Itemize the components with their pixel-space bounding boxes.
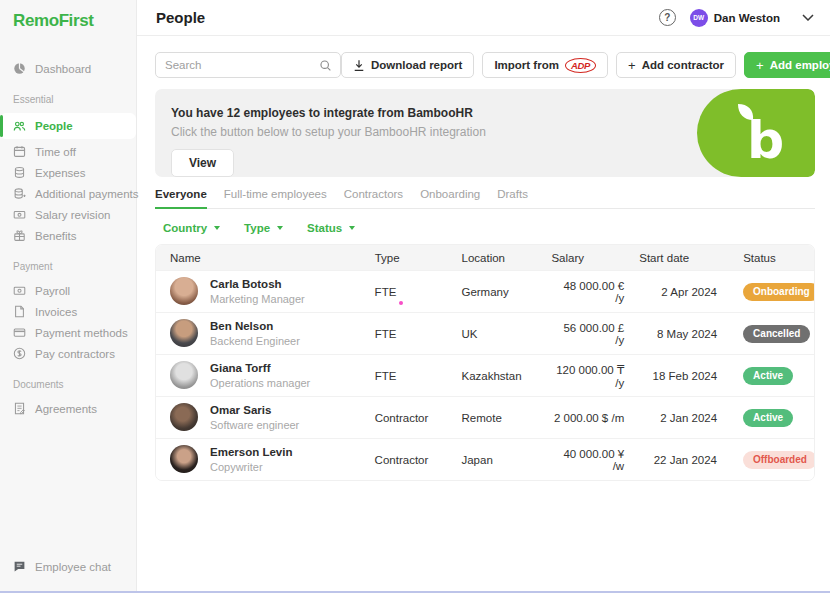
employee-name: Carla Botosh bbox=[210, 277, 305, 291]
import-from-adp-button[interactable]: Import from ADP bbox=[482, 52, 608, 78]
search-icon bbox=[319, 59, 332, 72]
calendar-icon bbox=[13, 145, 26, 158]
sidebar-item-benefits[interactable]: Benefits bbox=[0, 225, 136, 246]
sidebar-section-essential: Essential bbox=[13, 94, 136, 105]
bamboo-letter: b bbox=[747, 110, 784, 166]
gift-icon bbox=[13, 229, 26, 242]
user-name: Dan Weston bbox=[714, 12, 780, 24]
credit-card-icon bbox=[13, 326, 26, 339]
sidebar-item-additional-payments[interactable]: Additional payments bbox=[0, 183, 136, 204]
sidebar-item-salary-revision[interactable]: Salary revision bbox=[0, 204, 136, 225]
status-badge: Offboarded bbox=[743, 451, 815, 469]
employee-name: Omar Saris bbox=[210, 403, 299, 417]
filter-label: Country bbox=[163, 222, 207, 234]
column-header-salary[interactable]: Salary bbox=[551, 252, 639, 264]
search-input[interactable] bbox=[165, 59, 319, 71]
table-row[interactable]: Carla Botosh Marketing Manager FTE Germa… bbox=[156, 270, 814, 312]
user-menu[interactable]: DW Dan Weston bbox=[690, 9, 780, 27]
employee-role: Copywriter bbox=[210, 460, 292, 474]
search-box[interactable] bbox=[155, 52, 341, 78]
sidebar-item-pay-contractors[interactable]: Pay contractors bbox=[0, 343, 136, 364]
coins-plus-icon bbox=[13, 187, 26, 200]
tab-drafts[interactable]: Drafts bbox=[497, 184, 528, 208]
employee-salary: 120 000.00 ₸ /y bbox=[551, 363, 639, 389]
sidebar-item-expenses[interactable]: Expenses bbox=[0, 162, 136, 183]
sidebar-item-invoices[interactable]: Invoices bbox=[0, 301, 136, 322]
brand-logo: RemoFirst bbox=[0, 0, 136, 31]
employee-role: Marketing Manager bbox=[210, 292, 305, 306]
table-row[interactable]: Omar Saris Software engineer Contractor … bbox=[156, 396, 814, 438]
dollar-circle-icon bbox=[13, 347, 26, 360]
caret-down-icon bbox=[214, 226, 220, 230]
sidebar-item-time-off[interactable]: Time off bbox=[0, 141, 136, 162]
sidebar-item-label: Invoices bbox=[35, 306, 77, 318]
sidebar-item-payment-methods[interactable]: Payment methods bbox=[0, 322, 136, 343]
download-report-label: Download report bbox=[371, 59, 462, 71]
employee-role: Operations manager bbox=[210, 376, 310, 390]
toolbar: Download report Import from ADP + Add co… bbox=[155, 52, 815, 78]
bamboohr-banner: You have 12 employees to integrate from … bbox=[155, 89, 815, 177]
filter-country[interactable]: Country bbox=[163, 222, 220, 234]
app-window: RemoFirst Dashboard Essential People Tim… bbox=[0, 0, 830, 591]
people-table: Name Type Location Salary Start date Sta… bbox=[155, 244, 815, 481]
chevron-down-icon[interactable] bbox=[802, 14, 814, 21]
employee-start-date: 18 Feb 2024 bbox=[639, 370, 717, 382]
add-employee-button[interactable]: + Add employee bbox=[744, 52, 830, 78]
filter-label: Status bbox=[307, 222, 342, 234]
sidebar-item-label: Expenses bbox=[35, 167, 86, 179]
sidebar-item-agreements[interactable]: Agreements bbox=[0, 398, 136, 419]
sidebar-item-label: Dashboard bbox=[35, 63, 91, 75]
banknote-arrows-icon bbox=[13, 208, 26, 221]
employee-role: Backend Engineer bbox=[210, 334, 300, 348]
column-header-status[interactable]: Status bbox=[717, 252, 814, 264]
tab-contractors[interactable]: Contractors bbox=[344, 184, 403, 208]
sidebar-item-employee-chat[interactable]: Employee chat bbox=[0, 556, 111, 577]
import-from-label: Import from bbox=[494, 59, 559, 71]
tab-everyone[interactable]: Everyone bbox=[155, 184, 207, 209]
employee-salary: 40 000.00 ¥ /w bbox=[551, 448, 639, 472]
table-row[interactable]: Giana Torff Operations manager FTE Kazak… bbox=[156, 354, 814, 396]
download-report-button[interactable]: Download report bbox=[341, 52, 474, 78]
banknote-icon bbox=[13, 284, 26, 297]
column-header-start-date[interactable]: Start date bbox=[639, 252, 717, 264]
employee-avatar bbox=[170, 445, 198, 473]
table-header: Name Type Location Salary Start date Sta… bbox=[156, 245, 814, 270]
employee-start-date: 22 Jan 2024 bbox=[639, 454, 717, 466]
employee-start-date: 8 May 2024 bbox=[639, 328, 717, 340]
status-badge: Cancelled bbox=[743, 325, 810, 343]
filter-status[interactable]: Status bbox=[307, 222, 355, 234]
employee-start-date: 2 Jan 2024 bbox=[639, 412, 717, 424]
filter-bar: Country Type Status bbox=[155, 222, 815, 234]
adp-logo: ADP bbox=[565, 58, 596, 73]
sidebar-section-payment: Payment bbox=[13, 261, 136, 272]
status-badge: Active bbox=[743, 367, 793, 385]
sidebar-item-people[interactable]: People bbox=[0, 113, 136, 139]
tab-onboarding[interactable]: Onboarding bbox=[420, 184, 480, 208]
sidebar-item-label: Benefits bbox=[35, 230, 77, 242]
download-icon bbox=[353, 59, 365, 72]
employee-location: Remote bbox=[462, 412, 552, 424]
add-contractor-button[interactable]: + Add contractor bbox=[616, 52, 736, 78]
sidebar-item-payroll[interactable]: Payroll bbox=[0, 280, 136, 301]
table-row[interactable]: Emerson Levin Copywriter Contractor Japa… bbox=[156, 438, 814, 480]
column-header-name[interactable]: Name bbox=[156, 252, 375, 264]
sidebar-item-label: Time off bbox=[35, 146, 76, 158]
caret-down-icon bbox=[277, 226, 283, 230]
view-button[interactable]: View bbox=[171, 149, 234, 177]
column-header-type[interactable]: Type bbox=[375, 252, 462, 264]
sidebar-item-dashboard[interactable]: Dashboard bbox=[0, 58, 136, 79]
column-header-location[interactable]: Location bbox=[462, 252, 552, 264]
help-icon[interactable]: ? bbox=[659, 9, 676, 26]
filter-type[interactable]: Type bbox=[244, 222, 283, 234]
top-header: People ? DW Dan Weston bbox=[137, 0, 830, 36]
employee-salary: 56 000.00 £ /y bbox=[551, 322, 639, 346]
people-icon bbox=[13, 120, 26, 133]
employee-location: UK bbox=[462, 328, 552, 340]
sidebar-item-label: Salary revision bbox=[35, 209, 110, 221]
coins-icon bbox=[13, 166, 26, 179]
table-row[interactable]: Ben Nelson Backend Engineer FTE UK 56 00… bbox=[156, 312, 814, 354]
employee-role: Software engineer bbox=[210, 418, 299, 432]
tab-full-time-employees[interactable]: Full-time employees bbox=[224, 184, 327, 208]
sidebar-item-label: People bbox=[35, 120, 73, 132]
employee-avatar bbox=[170, 403, 198, 431]
